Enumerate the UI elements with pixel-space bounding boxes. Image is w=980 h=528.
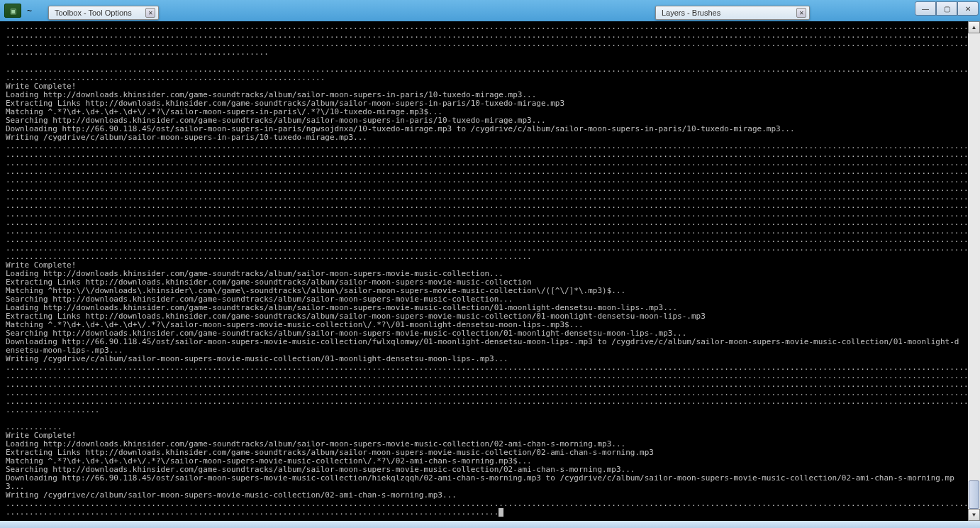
toolbox-close-icon[interactable]: ✕ [145, 8, 155, 18]
scroll-down-icon[interactable]: ▼ [968, 509, 980, 521]
minimize-button[interactable]: — [915, 1, 936, 16]
toolbox-title: Toolbox - Tool Options [55, 9, 145, 17]
terminal: ........................................… [0, 21, 980, 521]
terminal-output[interactable]: ........................................… [0, 21, 968, 521]
window-controls: — ▢ ✕ [915, 1, 979, 16]
layers-window[interactable]: Layers - Brushes ✕ [655, 6, 810, 20]
scrollbar-track[interactable] [968, 33, 980, 509]
close-button[interactable]: ✕ [957, 1, 979, 16]
titlebar: ▣ ~ Toolbox - Tool Options ✕ Layers - Br… [0, 0, 980, 21]
layers-title: Layers - Brushes [662, 9, 796, 17]
title-text: ~ [27, 6, 32, 16]
scroll-up-icon[interactable]: ▲ [968, 21, 980, 33]
scrollbar: ▲ ▼ [968, 21, 980, 521]
maximize-button[interactable]: ▢ [936, 1, 957, 16]
scrollbar-thumb[interactable] [969, 480, 979, 509]
layers-close-icon[interactable]: ✕ [796, 8, 806, 18]
taskbar [0, 521, 980, 528]
toolbox-window[interactable]: Toolbox - Tool Options ✕ [48, 6, 159, 20]
app-icon: ▣ [4, 4, 21, 18]
